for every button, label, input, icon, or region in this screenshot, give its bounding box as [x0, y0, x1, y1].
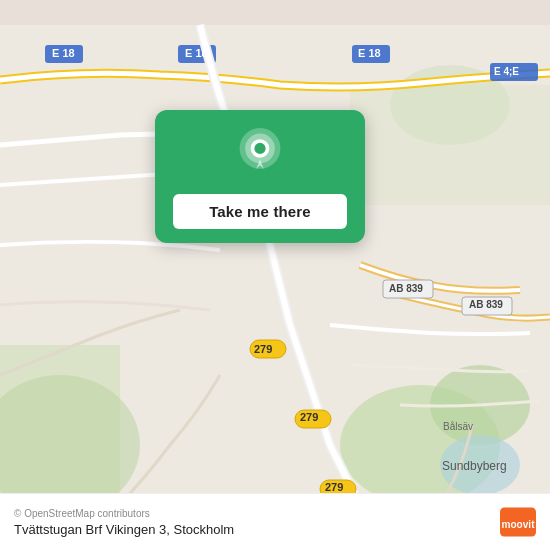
svg-text:Bålsäv: Bålsäv [443, 421, 473, 432]
attribution-text: © OpenStreetMap contributors [14, 508, 234, 519]
svg-text:Sundbyberg: Sundbyberg [442, 459, 507, 473]
map-background: E 18 E 18 E 18 E 4;E AB 839 AB 839 279 2… [0, 0, 550, 550]
moovit-icon: moovit [500, 504, 536, 540]
svg-text:279: 279 [254, 343, 272, 355]
location-pin-icon [234, 128, 286, 180]
moovit-logo: moovit [500, 504, 536, 540]
svg-text:E 4;E: E 4;E [494, 66, 519, 77]
svg-text:moovit: moovit [501, 519, 535, 530]
svg-text:279: 279 [300, 411, 318, 423]
svg-text:E 18: E 18 [52, 47, 75, 59]
location-card: Take me there [155, 110, 365, 243]
svg-text:AB 839: AB 839 [389, 283, 423, 294]
svg-text:E 18: E 18 [358, 47, 381, 59]
take-me-there-button[interactable]: Take me there [173, 194, 347, 229]
bottom-bar: © OpenStreetMap contributors Tvättstugan… [0, 493, 550, 550]
svg-text:279: 279 [325, 481, 343, 493]
svg-text:E 18: E 18 [185, 47, 208, 59]
svg-rect-6 [350, 85, 550, 205]
svg-point-31 [254, 143, 265, 154]
map-container: E 18 E 18 E 18 E 4;E AB 839 AB 839 279 2… [0, 0, 550, 550]
bottom-info: © OpenStreetMap contributors Tvättstugan… [14, 508, 234, 537]
location-label: Tvättstugan Brf Vikingen 3, Stockholm [14, 522, 234, 537]
svg-text:AB 839: AB 839 [469, 299, 503, 310]
